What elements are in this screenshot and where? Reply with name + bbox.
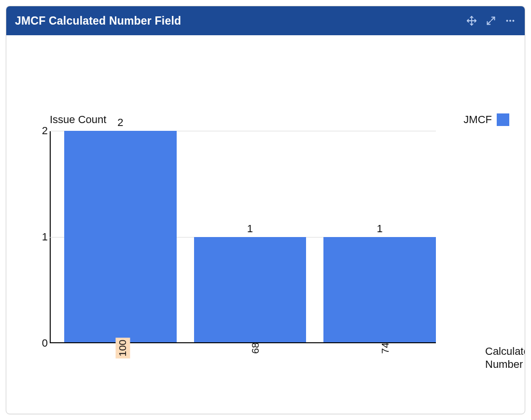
plot-area: Calculated Number 0122100168174 — [50, 131, 436, 343]
legend-series-label: JMCF — [463, 113, 492, 126]
y-tick-label: 2 — [36, 125, 48, 137]
chart-area: Issue Count JMCF Calculated Number 01221… — [6, 35, 525, 414]
chart-bar[interactable]: 2 — [64, 131, 177, 342]
chart-legend: JMCF — [463, 113, 509, 126]
panel-title: JMCF Calculated Number Field — [15, 14, 181, 28]
y-axis-title: Issue Count — [50, 113, 106, 126]
x-axis-title: Calculated Number — [485, 345, 525, 371]
x-tick-label: 74 — [378, 348, 393, 363]
svg-point-5 — [509, 20, 511, 22]
more-icon[interactable] — [504, 15, 516, 27]
chart-bar[interactable]: 1 — [323, 237, 436, 342]
maximize-icon[interactable] — [485, 15, 497, 27]
y-tick-label: 1 — [36, 231, 48, 243]
bar-value-label: 1 — [247, 223, 253, 235]
chart-bar[interactable]: 1 — [194, 237, 307, 342]
bar-value-label: 1 — [377, 223, 383, 235]
dashboard-panel: JMCF Calculated Number Field — [6, 6, 525, 414]
move-icon[interactable] — [466, 15, 477, 27]
svg-point-4 — [506, 20, 508, 22]
x-tick-label: 68 — [248, 348, 263, 363]
panel-header: JMCF Calculated Number Field — [6, 6, 525, 35]
bar-value-label: 2 — [117, 116, 123, 129]
y-tick-label: 0 — [36, 337, 48, 350]
svg-point-6 — [512, 20, 514, 22]
legend-swatch — [497, 113, 509, 126]
x-tick-label: 100 — [116, 348, 137, 363]
panel-actions — [466, 15, 516, 27]
